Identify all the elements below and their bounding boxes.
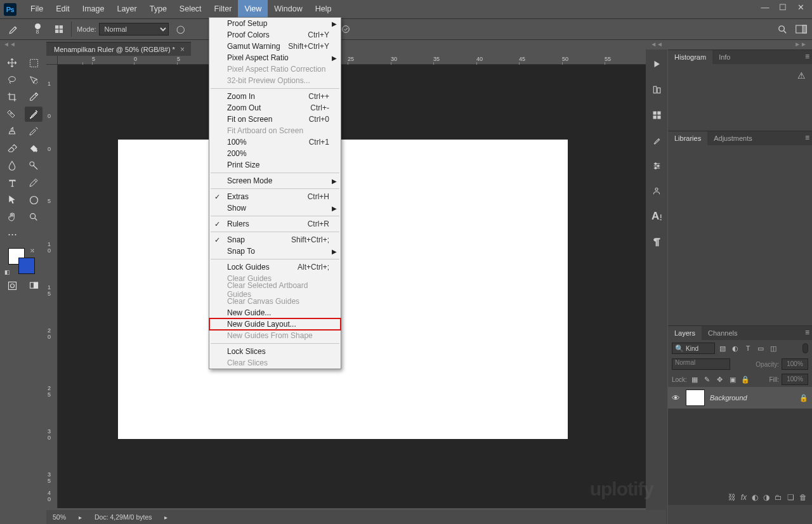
menu-item-pixel-aspect-ratio[interactable]: Pixel Aspect Ratio▶ <box>209 52 341 63</box>
hand-tool[interactable] <box>3 209 21 225</box>
tab-libraries[interactable]: Libraries <box>668 131 707 145</box>
menu-item-screen-mode[interactable]: Screen Mode▶ <box>209 175 341 187</box>
doc-info-readout[interactable]: Doc: 4,29M/0 bytes <box>95 513 152 521</box>
status-chevron[interactable]: ▸ <box>79 514 82 521</box>
brush-tool[interactable] <box>25 107 43 122</box>
lasso-tool[interactable] <box>3 72 21 88</box>
opacity-option-icon[interactable]: ◯ <box>174 22 188 36</box>
fill-input[interactable]: 100% <box>782 374 808 385</box>
canvas[interactable] <box>118 140 568 439</box>
panel-menu-icon[interactable]: ≡ <box>805 133 809 142</box>
tab-adjustments[interactable]: Adjustments <box>707 131 759 145</box>
background-swatch[interactable] <box>18 258 35 274</box>
document-tab-close-icon[interactable]: × <box>180 45 185 54</box>
type-tool[interactable] <box>3 175 21 190</box>
crop-tool[interactable] <box>3 89 21 105</box>
menu-item-gamut-warning[interactable]: Gamut WarningShift+Ctrl+Y <box>209 41 341 52</box>
dodge-tool[interactable] <box>25 158 43 173</box>
layer-fx-icon[interactable]: fx <box>741 493 747 502</box>
quick-select-tool[interactable] <box>25 72 43 88</box>
menu-item-snap[interactable]: ✓SnapShift+Ctrl+; <box>209 234 341 246</box>
ruler-horizontal[interactable]: 50510152025303540455055 <box>58 56 666 65</box>
tab-info[interactable]: Info <box>712 50 737 64</box>
align-icon[interactable] <box>650 82 664 96</box>
status-chevron[interactable]: ▸ <box>164 514 167 521</box>
blend-mode-select[interactable]: Normal <box>99 23 169 36</box>
menu-item-proof-setup[interactable]: Proof Setup▶ <box>209 18 341 29</box>
clone-stamp-tool[interactable] <box>3 124 21 139</box>
bucket-tool[interactable] <box>25 141 43 156</box>
layer-visibility-icon[interactable]: 👁 <box>672 393 681 402</box>
path-select-tool[interactable] <box>3 192 21 207</box>
menu-item-print-size[interactable]: Print Size <box>209 159 341 171</box>
lock-artboard-icon[interactable]: ▣ <box>728 374 738 384</box>
filter-adjust-icon[interactable]: ◐ <box>730 343 740 353</box>
menu-layer[interactable]: Layer <box>110 0 143 18</box>
layer-row[interactable]: 👁 Background 🔒 <box>668 387 812 409</box>
swap-colors-icon[interactable]: ⤭ <box>30 247 35 254</box>
menu-help[interactable]: Help <box>309 0 338 18</box>
quick-mask-icon[interactable] <box>3 278 21 293</box>
color-swatches[interactable]: ⤭ ◧ <box>3 247 43 275</box>
menu-item-fit-on-screen[interactable]: Fit on ScreenCtrl+0 <box>209 114 341 125</box>
eyedropper-tool[interactable] <box>25 89 43 105</box>
menu-select[interactable]: Select <box>173 0 208 18</box>
play-icon[interactable] <box>650 57 664 71</box>
marquee-tool[interactable] <box>25 55 43 70</box>
brushes-icon[interactable] <box>650 133 664 147</box>
menu-image[interactable]: Image <box>76 0 111 18</box>
properties-icon[interactable] <box>650 159 664 173</box>
collapse-grip-left[interactable]: ◄◄ <box>3 41 16 48</box>
filter-shape-icon[interactable]: ▭ <box>756 343 766 353</box>
ruler-vertical[interactable]: 10051 01 52 02 53 03 54 0 <box>46 65 58 508</box>
menu-item-200[interactable]: 200% <box>209 148 341 159</box>
brush-size-preview[interactable]: 8 <box>28 20 47 39</box>
ruler-origin[interactable] <box>46 56 58 65</box>
filter-smart-icon[interactable]: ◫ <box>768 343 778 353</box>
zoom-tool[interactable] <box>25 209 43 225</box>
document-tab[interactable]: Menampilkan Ruler @ 50% (RGB/8#) * × <box>46 42 191 56</box>
filter-type-icon[interactable]: T <box>743 343 753 353</box>
patch-tool[interactable] <box>3 107 21 122</box>
tab-channels[interactable]: Channels <box>702 326 743 340</box>
delete-layer-icon[interactable]: 🗑 <box>799 493 807 502</box>
lock-transparent-icon[interactable]: ▦ <box>690 374 700 384</box>
layer-group-icon[interactable]: 🗀 <box>775 493 782 502</box>
layer-name[interactable]: Background <box>710 394 794 402</box>
menu-type[interactable]: Type <box>143 0 173 18</box>
menu-item-show[interactable]: Show▶ <box>209 202 341 214</box>
menu-item-extras[interactable]: ✓ExtrasCtrl+H <box>209 191 341 202</box>
menu-file[interactable]: File <box>24 0 49 18</box>
eraser-tool[interactable] <box>3 141 21 156</box>
menu-item-rulers[interactable]: ✓RulersCtrl+R <box>209 218 341 230</box>
menu-view[interactable]: View <box>238 0 268 18</box>
adjustment-layer-icon[interactable]: ◑ <box>763 493 769 502</box>
current-tool-icon[interactable] <box>5 22 23 36</box>
window-minimize-button[interactable]: — <box>756 0 774 14</box>
menu-item-snap-to[interactable]: Snap To▶ <box>209 246 341 257</box>
shape-tool[interactable] <box>25 192 43 207</box>
layer-blend-select[interactable]: Normal <box>672 358 730 370</box>
collapse-grip-mid[interactable]: ◄◄ <box>650 41 663 48</box>
menu-filter[interactable]: Filter <box>208 0 239 18</box>
menu-item-100[interactable]: 100%Ctrl+1 <box>209 136 341 148</box>
default-colors-icon[interactable]: ◧ <box>4 269 10 275</box>
character-icon[interactable]: AI <box>650 209 664 223</box>
blur-tool[interactable] <box>3 158 21 173</box>
brush-panel-icon[interactable] <box>52 22 66 36</box>
tab-layers[interactable]: Layers <box>668 326 702 340</box>
collapse-grip-right[interactable]: ►► <box>794 41 807 48</box>
zoom-readout[interactable]: 50% <box>53 513 66 521</box>
lock-all-icon[interactable]: 🔒 <box>740 374 750 384</box>
tab-histogram[interactable]: Histogram <box>668 50 712 64</box>
menu-edit[interactable]: Edit <box>49 0 76 18</box>
menu-window[interactable]: Window <box>268 0 308 18</box>
layer-filter-select[interactable]: 🔍Kind <box>672 343 715 354</box>
filter-toggle[interactable] <box>802 343 808 353</box>
paragraph-icon[interactable] <box>650 235 664 249</box>
workspace-switcher-icon[interactable] <box>794 22 808 36</box>
menu-item-new-guide[interactable]: New Guide... <box>209 307 341 318</box>
menu-item-new-guide-layout[interactable]: New Guide Layout... <box>209 318 341 330</box>
window-maximize-button[interactable]: ☐ <box>774 0 792 14</box>
search-icon[interactable] <box>775 22 789 36</box>
